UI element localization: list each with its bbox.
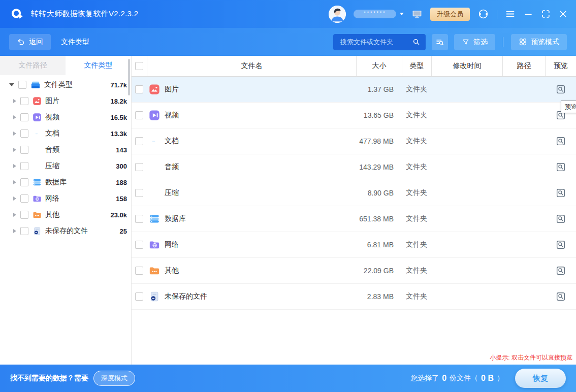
recover-button[interactable]: 恢复	[515, 369, 566, 388]
table-row[interactable]: 图片 1.37 GB 文件夹	[132, 77, 576, 103]
table-row[interactable]: 网络 6.81 MB 文件夹	[132, 232, 576, 258]
monitor-icon[interactable]	[411, 9, 423, 20]
tab-file-path[interactable]: 文件路径	[0, 56, 66, 75]
tree-item-databases[interactable]: 数据库 188	[0, 174, 131, 190]
close-icon[interactable]	[558, 9, 568, 19]
tree-checkbox[interactable]	[20, 227, 28, 235]
toolbar: 返回 文件类型 筛选	[0, 28, 576, 56]
table-header: 文件名 大小 类型 修改时间 路径 预览	[132, 56, 576, 77]
file-type: 文件夹	[402, 162, 431, 172]
table-row[interactable]: 数据库 651.38 MB 文件夹	[132, 206, 576, 232]
row-checkbox[interactable]	[135, 292, 143, 301]
tree-checkbox[interactable]	[20, 97, 28, 105]
deep-mode-button[interactable]: 深度模式	[93, 371, 135, 386]
back-icon	[17, 38, 25, 46]
expand-arrow-icon[interactable]	[13, 213, 16, 217]
user-menu[interactable]: *******	[354, 10, 404, 18]
tree-checkbox[interactable]	[20, 113, 28, 121]
column-header-size[interactable]: 大小	[356, 56, 402, 76]
row-checkbox[interactable]	[135, 85, 143, 93]
column-header-mtime[interactable]: 修改时间	[431, 56, 502, 76]
selection-close: ）	[497, 374, 504, 383]
selection-prefix: 您选择了	[410, 374, 439, 383]
filter-button[interactable]: 筛选	[454, 34, 495, 50]
tree-item-images[interactable]: 图片 18.2k	[0, 93, 131, 109]
row-checkbox[interactable]	[135, 267, 143, 275]
tree-label: 数据库	[45, 178, 67, 187]
table-row[interactable]: 未保存的文件 2.83 MB 文件夹	[132, 284, 576, 310]
tree-item-unsaved[interactable]: 未保存的文件 25	[0, 223, 131, 239]
search-box[interactable]	[333, 34, 426, 50]
file-size: 143.29 MB	[356, 163, 402, 171]
tree-checkbox[interactable]	[20, 162, 28, 170]
column-header-type[interactable]: 类型	[402, 56, 431, 76]
back-label: 返回	[29, 38, 43, 47]
table-row[interactable]: 音频 143.29 MB 文件夹	[132, 154, 576, 180]
preview-icon[interactable]	[556, 188, 566, 198]
avatar[interactable]	[329, 6, 346, 23]
expand-arrow-icon[interactable]	[13, 148, 16, 152]
filter-label: 筛选	[473, 38, 488, 47]
expand-arrow-icon[interactable]	[13, 164, 16, 168]
expand-arrow-icon[interactable]	[13, 115, 16, 119]
search-icon[interactable]	[412, 38, 421, 46]
row-checkbox[interactable]	[135, 215, 143, 223]
preview-icon[interactable]	[556, 214, 566, 224]
tree-root[interactable]: 文件类型 71.7k	[0, 77, 131, 93]
preview-icon[interactable]	[556, 266, 566, 276]
preview-icon[interactable]	[556, 136, 566, 146]
tree-checkbox[interactable]	[20, 194, 28, 203]
headset-icon[interactable]	[477, 8, 489, 20]
upgrade-member-button[interactable]: 升级会员	[430, 8, 470, 21]
tree-checkbox[interactable]	[20, 129, 28, 138]
expand-arrow-icon[interactable]	[13, 229, 16, 233]
minimize-icon[interactable]	[523, 9, 533, 19]
table-row[interactable]: 文档 477.98 MB 文件夹	[132, 128, 576, 154]
sidebar-scrollbar[interactable]	[128, 59, 130, 95]
column-header-name[interactable]: 文件名	[147, 56, 356, 76]
table-row[interactable]: 视频 13.65 GB 文件夹	[132, 103, 576, 128]
expand-arrow-icon[interactable]	[13, 197, 16, 201]
tree-checkbox[interactable]	[20, 146, 28, 154]
row-checkbox[interactable]	[135, 163, 143, 171]
tree-item-other[interactable]: 其他 23.0k	[0, 207, 131, 223]
preview-icon[interactable]	[556, 240, 566, 250]
preview-icon[interactable]	[556, 84, 566, 94]
expand-arrow-icon[interactable]	[13, 180, 16, 184]
select-all-checkbox[interactable]	[135, 62, 143, 70]
back-button[interactable]: 返回	[9, 34, 51, 50]
document-icon	[149, 136, 160, 147]
expand-arrow-icon[interactable]	[13, 132, 16, 136]
expand-arrow-icon[interactable]	[13, 99, 16, 103]
preview-icon[interactable]	[556, 162, 566, 172]
tree-item-archives[interactable]: 压缩 300	[0, 158, 131, 174]
preview-mode-button[interactable]: 预览模式	[511, 34, 567, 50]
tree-count: 23.0k	[110, 211, 127, 219]
column-header-preview[interactable]: 预览	[545, 56, 576, 76]
row-checkbox[interactable]	[135, 189, 143, 197]
search-input[interactable]	[339, 38, 412, 46]
tab-file-type[interactable]: 文件类型	[66, 56, 131, 75]
tree-item-documents[interactable]: 文档 13.3k	[0, 125, 131, 142]
tree-item-audio[interactable]: 音频 143	[0, 142, 131, 158]
table-row[interactable]: 压缩 8.90 GB 文件夹	[132, 180, 576, 206]
collapse-arrow-icon[interactable]	[9, 83, 14, 86]
file-name: 其他	[165, 266, 179, 275]
menu-icon[interactable]	[505, 9, 516, 19]
table-row[interactable]: 其他 22.09 GB 文件夹	[132, 258, 576, 284]
tree-checkbox[interactable]	[18, 81, 26, 89]
tree-item-network[interactable]: 网络 158	[0, 190, 131, 207]
tree-count: 143	[116, 146, 127, 154]
row-checkbox[interactable]	[135, 111, 143, 119]
sidebar-tabs: 文件路径 文件类型	[0, 56, 131, 75]
preview-icon[interactable]	[556, 291, 566, 302]
column-header-path[interactable]: 路径	[502, 56, 545, 76]
tree-item-videos[interactable]: 视频 16.5k	[0, 109, 131, 125]
tree-checkbox[interactable]	[20, 211, 28, 219]
maximize-icon[interactable]	[541, 9, 551, 19]
tree-checkbox[interactable]	[20, 178, 28, 186]
list-search-button[interactable]	[432, 34, 448, 50]
file-table: 文件名 大小 类型 修改时间 路径 预览 图片 1.37 GB 文件夹 视频 1…	[132, 56, 576, 365]
row-checkbox[interactable]	[135, 137, 143, 145]
row-checkbox[interactable]	[135, 241, 143, 249]
